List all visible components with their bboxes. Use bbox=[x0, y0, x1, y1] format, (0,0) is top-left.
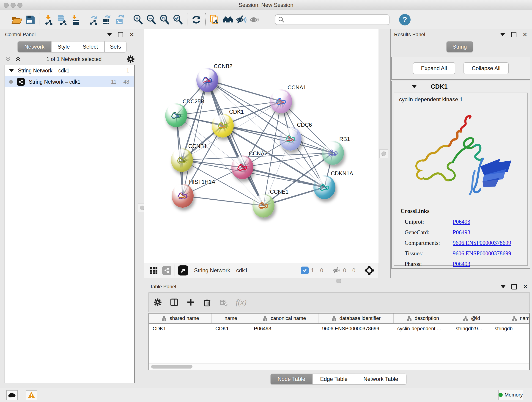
network-node-ccnb2[interactable] bbox=[196, 68, 218, 92]
zoom-selected-button[interactable] bbox=[171, 13, 185, 26]
zoom-fit-button[interactable] bbox=[158, 13, 171, 26]
column-header--id[interactable]: @id bbox=[452, 313, 491, 323]
open-session-button[interactable] bbox=[10, 13, 23, 26]
table-panel-float-icon[interactable] bbox=[511, 284, 517, 289]
warnings-button[interactable] bbox=[26, 390, 37, 400]
network-edge[interactable] bbox=[183, 80, 207, 196]
column-header-canonical-name[interactable]: canonical name bbox=[250, 313, 318, 323]
apply-layout-button[interactable] bbox=[190, 13, 203, 26]
table-cell[interactable]: 9606.ENSP00000378699 bbox=[318, 324, 394, 334]
results-splitter-line[interactable] bbox=[390, 29, 391, 278]
create-column-plus-icon[interactable] bbox=[186, 298, 195, 307]
results-panel-close-icon[interactable]: ✕ bbox=[522, 32, 527, 37]
network-node-cdc25b[interactable] bbox=[165, 103, 187, 127]
network-collection-row[interactable]: String Network – cdk1 1 bbox=[5, 65, 134, 76]
show-columns-icon[interactable] bbox=[170, 298, 178, 307]
export-network-button[interactable] bbox=[87, 13, 100, 26]
column-header-description[interactable]: description bbox=[394, 313, 452, 323]
zoom-out-button[interactable] bbox=[145, 13, 158, 26]
table-panel-close-icon[interactable]: ✕ bbox=[523, 285, 528, 289]
crosslink-link[interactable]: P06493 bbox=[453, 229, 470, 236]
crosslink-link[interactable]: 9606.ENSP00000378699 bbox=[453, 240, 511, 246]
table-row[interactable]: CDK1CDK1P064939606.ENSP00000378699cyclin… bbox=[149, 324, 529, 334]
network-options-gear-icon[interactable] bbox=[127, 55, 135, 63]
network-node-cdc6[interactable] bbox=[279, 127, 302, 151]
table-cell[interactable]: CDK1 bbox=[149, 324, 212, 334]
fit-selected-crosshair-icon[interactable] bbox=[364, 265, 374, 275]
save-session-button[interactable] bbox=[23, 13, 37, 26]
window-zoom-button[interactable] bbox=[17, 3, 22, 8]
help-button[interactable]: ? bbox=[399, 14, 411, 26]
crosslink-link[interactable]: P06493 bbox=[453, 261, 470, 267]
show-graphics-details-button[interactable] bbox=[248, 13, 261, 26]
tab-style[interactable]: Style bbox=[51, 41, 76, 52]
collapse-all-icon[interactable] bbox=[5, 56, 12, 63]
network-node-ccna1[interactable] bbox=[270, 89, 292, 113]
column-header-shared-name[interactable]: shared name bbox=[149, 313, 212, 323]
tab-network[interactable]: Network bbox=[17, 41, 51, 52]
control-panel-close-icon[interactable]: ✕ bbox=[129, 32, 134, 37]
network-canvas[interactable]: CCNB2CCNA1CDC25BCDK1CDC6RB1CCNB1CCNA2CDK… bbox=[144, 29, 379, 263]
import-table-button[interactable] bbox=[68, 13, 82, 26]
show-all-networks-button[interactable] bbox=[221, 13, 234, 26]
table-cell[interactable]: cyclin-dependent ... bbox=[394, 324, 452, 334]
share-view-icon[interactable] bbox=[162, 266, 171, 275]
delete-column-trash-icon[interactable] bbox=[203, 298, 211, 307]
collection-expander-icon[interactable] bbox=[9, 69, 14, 72]
node-table[interactable]: shared namenamecanonical namedatabase id… bbox=[148, 313, 530, 370]
scrollbar-thumb[interactable] bbox=[151, 365, 192, 369]
cloud-button[interactable] bbox=[6, 390, 18, 400]
network-node-ccnb1[interactable] bbox=[171, 148, 193, 172]
collapse-all-button[interactable]: Collapse All bbox=[463, 62, 509, 74]
birdseye-navigator-icon[interactable] bbox=[178, 265, 188, 275]
zoom-in-button[interactable] bbox=[132, 13, 145, 26]
results-panel-menu-icon[interactable] bbox=[500, 33, 505, 36]
tab-string[interactable]: String bbox=[446, 41, 473, 52]
selected-checkbox-icon[interactable] bbox=[301, 267, 309, 274]
grid-view-icon[interactable] bbox=[149, 266, 158, 275]
window-minimize-button[interactable] bbox=[11, 3, 16, 8]
import-network-button[interactable] bbox=[42, 13, 55, 26]
network-edge[interactable] bbox=[207, 80, 281, 101]
column-header-name[interactable]: name bbox=[212, 313, 250, 323]
network-node-ccna2[interactable] bbox=[231, 155, 253, 179]
tab-network-table[interactable]: Network Table bbox=[355, 374, 406, 385]
network-edge[interactable] bbox=[183, 196, 264, 206]
network-edge[interactable] bbox=[207, 80, 264, 206]
memory-button[interactable]: Memory bbox=[498, 390, 523, 400]
right-splitter-handle[interactable] bbox=[380, 149, 388, 158]
hidden-eye-slash-icon[interactable] bbox=[332, 266, 341, 275]
network-row[interactable]: String Network – cdk1 11 48 bbox=[5, 76, 134, 87]
table-horizontal-scrollbar[interactable] bbox=[149, 363, 529, 370]
table-cell[interactable]: stringdb:9... bbox=[452, 324, 491, 334]
network-edge[interactable] bbox=[242, 167, 324, 187]
table-cell[interactable]: CDK1 bbox=[212, 324, 250, 334]
crosslink-link[interactable]: 9606.ENSP00000378699 bbox=[453, 250, 511, 257]
tab-select[interactable]: Select bbox=[76, 41, 104, 52]
crosslink-link[interactable]: P06493 bbox=[453, 219, 470, 225]
network-node-cdk1[interactable] bbox=[212, 114, 234, 138]
column-header-namespace[interactable]: namespace bbox=[491, 313, 530, 323]
table-cell[interactable]: stringdb bbox=[491, 324, 530, 334]
results-panel-float-icon[interactable] bbox=[511, 32, 516, 37]
tab-edge-table[interactable]: Edge Table bbox=[312, 374, 355, 385]
import-network-from-database-button[interactable] bbox=[55, 13, 68, 26]
expand-all-icon[interactable] bbox=[15, 56, 22, 63]
tab-sets[interactable]: Sets bbox=[104, 41, 127, 52]
window-close-button[interactable] bbox=[4, 3, 9, 8]
export-image-button[interactable] bbox=[113, 13, 127, 26]
control-panel-float-icon[interactable] bbox=[118, 32, 123, 37]
gene-section-header[interactable]: CDK1 bbox=[392, 81, 530, 92]
table-cell[interactable]: P06493 bbox=[250, 324, 318, 334]
expand-all-button[interactable]: Expand All bbox=[413, 62, 455, 74]
network-node-rb1[interactable] bbox=[322, 141, 344, 165]
gene-expander-icon[interactable] bbox=[412, 85, 417, 88]
column-header-database-identifier[interactable]: database identifier bbox=[318, 313, 394, 323]
control-panel-menu-icon[interactable] bbox=[107, 33, 112, 36]
export-table-button[interactable] bbox=[100, 13, 113, 26]
network-node-cdkn1a[interactable] bbox=[313, 175, 336, 199]
network-node-hist1h1a[interactable] bbox=[172, 184, 194, 208]
search-input[interactable] bbox=[275, 14, 389, 25]
table-settings-gear-icon[interactable] bbox=[153, 298, 162, 307]
table-panel-menu-icon[interactable] bbox=[501, 285, 505, 288]
